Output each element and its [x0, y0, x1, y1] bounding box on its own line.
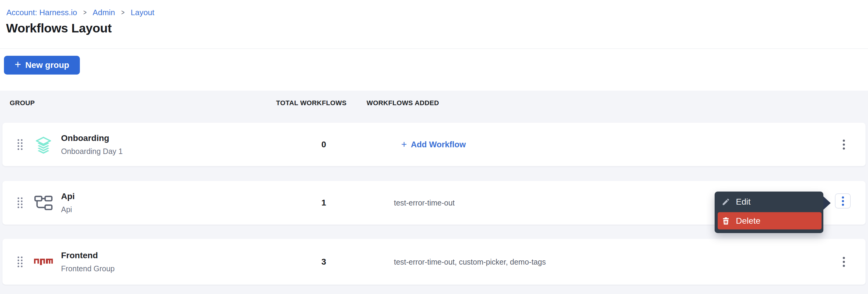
pencil-icon — [722, 197, 730, 206]
workflow-sitemap-icon — [33, 194, 54, 212]
menu-item-delete[interactable]: Delete — [718, 212, 822, 229]
add-workflow-link[interactable]: + Add Workflow — [401, 140, 466, 149]
total-workflows-value: 3 — [287, 257, 360, 267]
breadcrumb-admin-link[interactable]: Admin — [93, 8, 115, 17]
workflows-added-cell: + Add Workflow — [394, 140, 466, 149]
drag-handle[interactable] — [16, 196, 24, 210]
group-text: Onboarding Onboarding Day 1 — [61, 133, 123, 156]
add-workflow-label: Add Workflow — [411, 140, 466, 149]
drag-handle[interactable] — [16, 255, 24, 269]
menu-item-label: Delete — [736, 216, 761, 226]
drag-handle[interactable] — [16, 137, 24, 152]
workflows-layout-page: Account: Harness.io > Admin > Layout Wor… — [0, 0, 868, 294]
group-text: Frontend Frontend Group — [61, 251, 115, 273]
group-text: Api Api — [61, 191, 75, 214]
workflows-added-cell: test-error-time-out, custom-picker, demo… — [394, 257, 546, 266]
chevron-right-icon: > — [83, 8, 87, 17]
column-header-total-workflows: TOTAL WORKFLOWS — [276, 99, 346, 107]
breadcrumb-layout-link[interactable]: Layout — [131, 8, 154, 17]
chevron-right-icon: > — [121, 8, 125, 17]
new-group-button[interactable]: + New group — [4, 56, 80, 75]
page-title: Workflows Layout — [6, 21, 112, 35]
new-group-button-label: New group — [25, 60, 69, 70]
group-description: Onboarding Day 1 — [61, 147, 123, 156]
column-header-workflows-added: WORKFLOWS ADDED — [367, 99, 439, 107]
menu-item-label: Edit — [736, 197, 750, 207]
row-menu-kebab-icon[interactable] — [840, 254, 848, 270]
header-divider — [0, 48, 868, 49]
groups-table: GROUP TOTAL WORKFLOWS WORKFLOWS ADDED — [0, 90, 868, 294]
trash-icon — [722, 216, 730, 225]
total-workflows-value: 1 — [287, 198, 360, 208]
group-description: Api — [61, 205, 75, 214]
row-menu-kebab-icon[interactable] — [840, 136, 848, 152]
plus-icon: + — [401, 139, 407, 149]
group-name: Api — [61, 191, 75, 201]
row-context-menu: Edit Delete — [715, 191, 824, 233]
table-row-frontend: Frontend Frontend Group 3 test-error-tim… — [2, 239, 866, 285]
group-name: Onboarding — [61, 133, 123, 143]
group-name: Frontend — [61, 251, 115, 260]
total-workflows-value: 0 — [287, 140, 360, 149]
plus-icon: + — [14, 59, 21, 70]
row-menu-kebab-button-active[interactable] — [835, 193, 851, 209]
group-description: Frontend Group — [61, 264, 115, 273]
npm-logo — [33, 259, 54, 265]
column-header-group: GROUP — [10, 99, 35, 107]
menu-arrow — [824, 196, 831, 210]
table-row-onboarding: Onboarding Onboarding Day 1 0 + Add Work… — [2, 123, 866, 166]
stacked-layers-logo — [33, 133, 54, 156]
breadcrumb: Account: Harness.io > Admin > Layout — [6, 8, 154, 17]
workflows-added-cell: test-error-time-out — [394, 198, 455, 207]
breadcrumb-account-link[interactable]: Account: Harness.io — [6, 8, 77, 17]
menu-item-edit[interactable]: Edit — [715, 191, 824, 212]
